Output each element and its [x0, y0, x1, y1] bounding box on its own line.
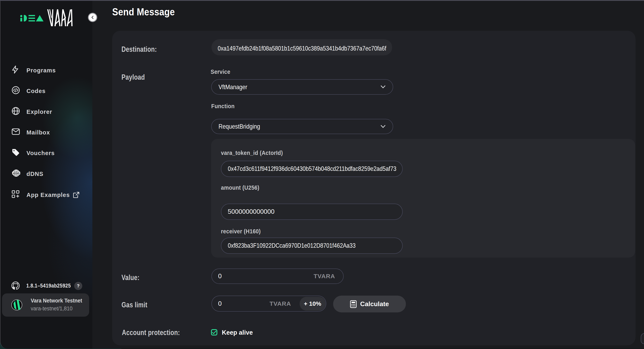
- svg-text:dDNS: dDNS: [13, 172, 20, 175]
